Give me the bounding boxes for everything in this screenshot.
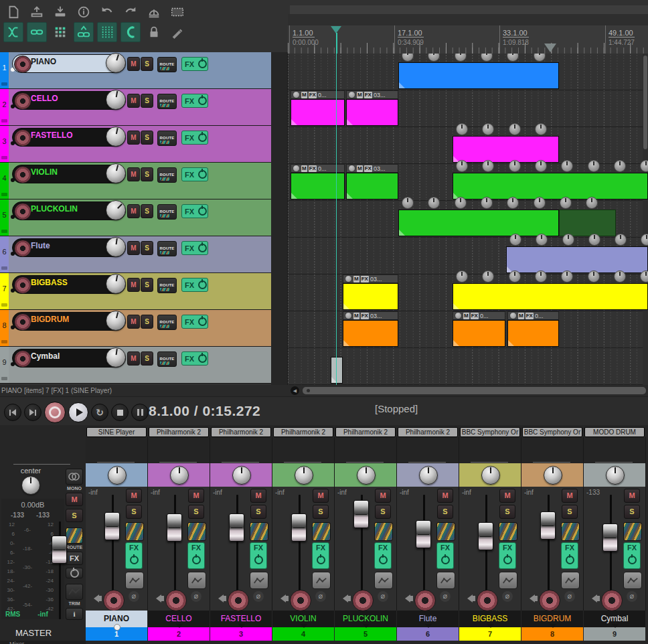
mixer-track-number[interactable]: 4 [272, 627, 334, 641]
volume-readout[interactable]: -inf [275, 489, 285, 496]
mute-button[interactable]: M [127, 131, 140, 145]
speaker-icon[interactable] [401, 594, 410, 602]
speaker-icon[interactable] [276, 594, 286, 602]
media-item[interactable] [506, 246, 648, 273]
mixer-fx-button[interactable]: FX [499, 542, 516, 569]
mixer-route-button[interactable] [250, 522, 268, 541]
phase-button[interactable]: ⌀ [253, 591, 264, 602]
master-trim-button[interactable] [66, 584, 83, 600]
fx-insert-area[interactable] [86, 437, 148, 463]
mixer-fx-button[interactable]: FX [623, 542, 641, 569]
envelope-button[interactable] [499, 572, 517, 589]
mixer-route-button[interactable] [436, 522, 455, 541]
solo-button[interactable]: S [141, 94, 153, 108]
media-item[interactable] [453, 283, 648, 310]
item-volume-knob[interactable] [456, 160, 468, 172]
item-volume-knob[interactable] [456, 270, 468, 283]
mixer-record-arm-button[interactable] [290, 590, 311, 611]
item-volume-knob[interactable] [535, 270, 547, 283]
mixer-fx-button[interactable]: FX [561, 542, 578, 569]
media-item[interactable] [346, 173, 398, 199]
transport-time-display[interactable]: 8.1.00 / 0:15.272 [149, 399, 260, 423]
item-fx-chip[interactable]: FX [361, 276, 369, 283]
fx-power-icon[interactable] [198, 96, 207, 105]
pan-knob[interactable] [106, 127, 126, 147]
item-volume-knob-icon[interactable] [348, 91, 355, 98]
fx-button-group[interactable]: FX [181, 57, 208, 71]
open-project-button[interactable] [27, 2, 47, 22]
item-volume-knob-icon[interactable] [345, 312, 352, 319]
redo-button[interactable] [120, 2, 141, 22]
record-arm-button[interactable] [14, 203, 31, 220]
arrange-track-lane[interactable] [288, 127, 648, 164]
solo-button[interactable]: S [141, 204, 153, 218]
track-name[interactable]: PIANO [31, 52, 56, 71]
item-volume-knob[interactable] [560, 197, 572, 209]
media-item[interactable] [559, 210, 616, 236]
fx-power-icon[interactable] [130, 556, 139, 564]
mixer-route-button[interactable] [374, 522, 393, 541]
master-solo-button[interactable]: S [66, 509, 83, 522]
item-volume-knob[interactable] [641, 234, 648, 246]
arrange-track-lane[interactable]: MFX03...MFX0...MFX0... [288, 311, 648, 348]
fader-track[interactable] [112, 495, 114, 591]
auto-crossfade-button[interactable] [74, 22, 94, 42]
mixer-pan-knob[interactable] [606, 466, 625, 485]
fader-handle[interactable] [291, 513, 307, 542]
pan-knob[interactable] [106, 237, 126, 257]
item-volume-knob[interactable] [588, 160, 600, 172]
mixer-route-button[interactable] [125, 522, 144, 541]
fx-button-group[interactable]: FX [181, 351, 208, 366]
fx-button-group[interactable]: FX [181, 241, 208, 255]
item-volume-knob[interactable] [640, 160, 648, 172]
media-item[interactable] [331, 357, 343, 384]
master-info-button[interactable]: i [66, 608, 83, 620]
item-mute-chip[interactable]: M [357, 165, 363, 172]
fx-button-group[interactable]: FX [181, 278, 208, 292]
mixer-record-arm-button[interactable] [477, 590, 498, 611]
envelope-button[interactable] [250, 572, 268, 589]
arrange-track-lane[interactable] [288, 201, 648, 238]
mixer-record-arm-button[interactable] [539, 590, 560, 611]
item-volume-knob[interactable] [509, 160, 521, 172]
item-volume-knob[interactable] [455, 197, 467, 209]
media-item[interactable] [507, 320, 559, 347]
pan-knob[interactable] [106, 53, 126, 73]
ripple-edit-button[interactable] [97, 22, 117, 42]
mixer-route-button[interactable] [187, 522, 206, 541]
media-item[interactable] [398, 210, 559, 236]
item-fx-chip[interactable]: FX [525, 313, 534, 319]
horizontal-scrollbar[interactable]: ◀ [288, 385, 648, 396]
fader-handle[interactable] [167, 513, 182, 542]
track-name[interactable]: PLUCKOLIN [31, 199, 78, 218]
fader-handle[interactable] [602, 524, 618, 552]
item-volume-knob[interactable] [507, 197, 519, 209]
item-volume-knob[interactable] [482, 160, 494, 172]
fader-handle[interactable] [478, 522, 493, 550]
arrange-track-lane[interactable] [288, 238, 648, 274]
fx-power-icon[interactable] [441, 556, 450, 564]
mixer-solo-button[interactable]: S [250, 505, 266, 519]
item-volume-knob-icon[interactable] [293, 91, 300, 98]
item-header[interactable]: MFX03... [343, 274, 398, 283]
route-button[interactable]: ROUTE [157, 57, 177, 72]
fx-power-icon[interactable] [198, 317, 207, 326]
mixer-solo-button[interactable]: S [126, 505, 142, 519]
media-item[interactable] [453, 173, 648, 199]
track-name[interactable]: Flute [31, 236, 50, 255]
envelope-button[interactable] [374, 572, 393, 589]
solo-button[interactable]: S [141, 131, 153, 145]
mixer-mute-button[interactable]: M [437, 489, 453, 503]
mixer-solo-button[interactable]: S [437, 505, 453, 519]
project-info-button[interactable] [74, 2, 94, 22]
fader-handle[interactable] [353, 500, 369, 528]
speaker-icon[interactable] [152, 594, 161, 602]
volume-readout[interactable]: -inf [151, 489, 160, 496]
item-volume-knob[interactable] [428, 197, 440, 209]
mixer-fx-button[interactable]: FX [125, 542, 143, 569]
mixer-pan-knob[interactable] [419, 466, 438, 485]
phase-button[interactable]: ⌀ [129, 591, 139, 602]
solo-button[interactable]: S [141, 351, 153, 366]
item-volume-knob[interactable] [561, 160, 573, 172]
fader-track[interactable] [174, 495, 176, 591]
